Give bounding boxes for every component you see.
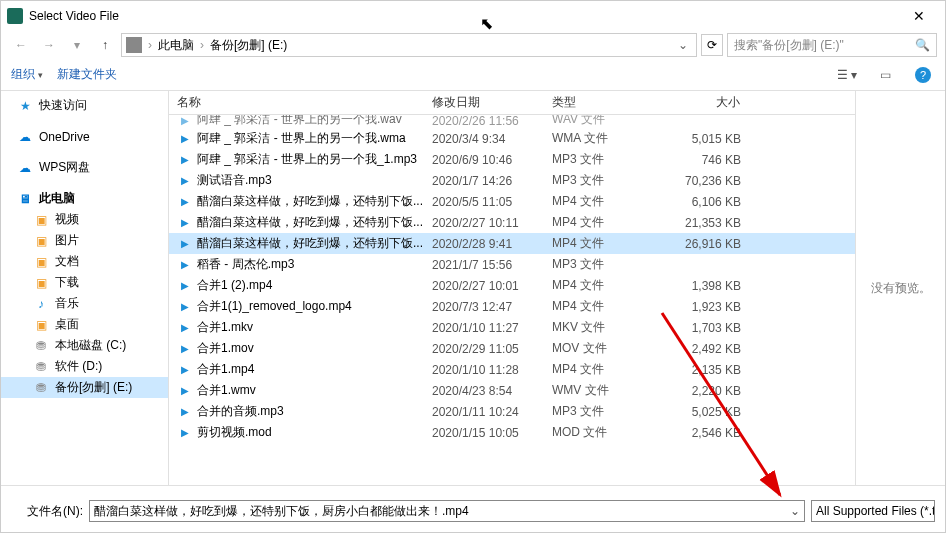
nav-recent-button[interactable]: ▾ xyxy=(65,33,89,57)
drive-icon xyxy=(126,37,142,53)
sidebar-item[interactable]: ★快速访问 xyxy=(1,95,168,116)
breadcrumb-item[interactable]: 此电脑 xyxy=(154,37,198,54)
nav-forward-button[interactable]: → xyxy=(37,33,61,57)
file-icon: ▶ xyxy=(177,236,193,252)
file-type: MP3 文件 xyxy=(544,151,664,168)
file-name: 稻香 - 周杰伦.mp3 xyxy=(197,256,424,273)
sidebar-item[interactable]: ⛃软件 (D:) xyxy=(1,356,168,377)
file-icon: ▶ xyxy=(177,194,193,210)
breadcrumb-item[interactable]: 备份[勿删] (E:) xyxy=(206,37,291,54)
file-row[interactable]: ▶阿肆 _ 郭采洁 - 世界上的另一个我.wav2020/2/26 11:56W… xyxy=(169,115,855,128)
sidebar-item[interactable]: ▣视频 xyxy=(1,209,168,230)
file-type: MP4 文件 xyxy=(544,277,664,294)
sidebar-item[interactable]: ⛃备份[勿删] (E:) xyxy=(1,377,168,398)
sidebar-item[interactable]: ▣下载 xyxy=(1,272,168,293)
sidebar-item-label: 视频 xyxy=(55,211,79,228)
file-row[interactable]: ▶阿肆 _ 郭采洁 - 世界上的另一个我_1.mp32020/6/9 10:46… xyxy=(169,149,855,170)
file-filter-dropdown[interactable]: All Supported Files (*.ts;*.mts xyxy=(811,500,935,522)
column-name[interactable]: 名称 xyxy=(169,94,424,111)
file-row[interactable]: ▶合并1.mov2020/2/29 11:05MOV 文件2,492 KB xyxy=(169,338,855,359)
file-type: MOD 文件 xyxy=(544,424,664,441)
file-name: 测试语音.mp3 xyxy=(197,172,424,189)
close-button[interactable]: ✕ xyxy=(899,8,939,24)
file-icon: ▶ xyxy=(177,299,193,315)
nav-back-button[interactable]: ← xyxy=(9,33,33,57)
file-date: 2020/2/27 10:11 xyxy=(424,216,544,230)
sidebar-item-label: 本地磁盘 (C:) xyxy=(55,337,126,354)
file-row[interactable]: ▶稻香 - 周杰伦.mp32021/1/7 15:56MP3 文件 xyxy=(169,254,855,275)
file-row[interactable]: ▶合并的音频.mp32020/1/11 10:24MP3 文件5,025 KB xyxy=(169,401,855,422)
sidebar-item-label: 图片 xyxy=(55,232,79,249)
file-row[interactable]: ▶醋溜白菜这样做，好吃到爆，还特别下饭...2020/5/5 11:05MP4 … xyxy=(169,191,855,212)
folder-icon: ▣ xyxy=(33,254,49,270)
file-type: MP3 文件 xyxy=(544,256,664,273)
file-size: 2,220 KB xyxy=(664,384,749,398)
file-icon: ▶ xyxy=(177,152,193,168)
file-icon: ▶ xyxy=(177,173,193,189)
file-size: 1,703 KB xyxy=(664,321,749,335)
breadcrumb[interactable]: › 此电脑 › 备份[勿删] (E:) ⌄ xyxy=(121,33,697,57)
preview-toggle-button[interactable]: ▭ xyxy=(873,63,897,87)
file-date: 2020/2/28 9:41 xyxy=(424,237,544,251)
sidebar-item-label: 备份[勿删] (E:) xyxy=(55,379,132,396)
organize-menu[interactable]: 组织 xyxy=(11,66,43,83)
file-icon: ▶ xyxy=(177,383,193,399)
sidebar-item-label: OneDrive xyxy=(39,130,90,144)
file-type: MP4 文件 xyxy=(544,235,664,252)
file-size: 70,236 KB xyxy=(664,174,749,188)
file-name: 合并1.mp4 xyxy=(197,361,424,378)
file-icon: ▶ xyxy=(177,320,193,336)
file-name: 阿肆 _ 郭采洁 - 世界上的另一个我_1.mp3 xyxy=(197,151,424,168)
file-row[interactable]: ▶醋溜白菜这样做，好吃到爆，还特别下饭...2020/2/27 10:11MP4… xyxy=(169,212,855,233)
sidebar-item[interactable]: 🖥此电脑 xyxy=(1,188,168,209)
file-row[interactable]: ▶醋溜白菜这样做，好吃到爆，还特别下饭...2020/2/28 9:41MP4 … xyxy=(169,233,855,254)
file-type: MKV 文件 xyxy=(544,319,664,336)
file-row[interactable]: ▶合并1.mp42020/1/10 11:28MP4 文件2,135 KB xyxy=(169,359,855,380)
refresh-button[interactable]: ⟳ xyxy=(701,34,723,56)
sidebar-item-label: 快速访问 xyxy=(39,97,87,114)
sidebar-item[interactable]: ▣桌面 xyxy=(1,314,168,335)
file-size: 1,398 KB xyxy=(664,279,749,293)
column-date[interactable]: 修改日期 xyxy=(424,94,544,111)
sidebar-item[interactable]: ♪音乐 xyxy=(1,293,168,314)
sidebar-item[interactable]: ▣文档 xyxy=(1,251,168,272)
file-row[interactable]: ▶阿肆 _ 郭采洁 - 世界上的另一个我.wma2020/3/4 9:34WMA… xyxy=(169,128,855,149)
file-row[interactable]: ▶测试语音.mp32020/1/7 14:26MP3 文件70,236 KB xyxy=(169,170,855,191)
search-input[interactable]: 搜索"备份[勿删] (E:)" 🔍 xyxy=(727,33,937,57)
new-folder-button[interactable]: 新建文件夹 xyxy=(57,66,117,83)
file-date: 2020/6/9 10:46 xyxy=(424,153,544,167)
file-icon: ▶ xyxy=(177,278,193,294)
file-date: 2020/1/10 11:27 xyxy=(424,321,544,335)
file-row[interactable]: ▶合并1(1)_removed_logo.mp42020/7/3 12:47MP… xyxy=(169,296,855,317)
file-row[interactable]: ▶合并1.mkv2020/1/10 11:27MKV 文件1,703 KB xyxy=(169,317,855,338)
file-date: 2020/7/3 12:47 xyxy=(424,300,544,314)
pc-icon: 🖥 xyxy=(17,191,33,207)
file-type: MOV 文件 xyxy=(544,340,664,357)
nav-up-button[interactable]: ↑ xyxy=(93,33,117,57)
column-type[interactable]: 类型 xyxy=(544,94,664,111)
file-name: 醋溜白菜这样做，好吃到爆，还特别下饭... xyxy=(197,235,424,252)
file-type: MP4 文件 xyxy=(544,361,664,378)
filename-input[interactable]: 醋溜白菜这样做，好吃到爆，还特别下饭，厨房小白都能做出来！.mp4⌄ xyxy=(89,500,805,522)
view-options-button[interactable]: ☰ ▾ xyxy=(835,63,859,87)
star-icon: ★ xyxy=(17,98,33,114)
disk-icon: ⛃ xyxy=(33,380,49,396)
column-size[interactable]: 大小 xyxy=(664,94,749,111)
path-dropdown-icon[interactable]: ⌄ xyxy=(674,38,692,52)
file-row[interactable]: ▶剪切视频.mod2020/1/15 10:05MOD 文件2,546 KB xyxy=(169,422,855,443)
file-name: 醋溜白菜这样做，好吃到爆，还特别下饭... xyxy=(197,193,424,210)
sidebar-item[interactable]: ⛃本地磁盘 (C:) xyxy=(1,335,168,356)
file-row[interactable]: ▶合并1 (2).mp42020/2/27 10:01MP4 文件1,398 K… xyxy=(169,275,855,296)
sidebar-item-label: WPS网盘 xyxy=(39,159,90,176)
sidebar-item[interactable]: ☁WPS网盘 xyxy=(1,157,168,178)
file-row[interactable]: ▶合并1.wmv2020/4/23 8:54WMV 文件2,220 KB xyxy=(169,380,855,401)
file-type: MP3 文件 xyxy=(544,172,664,189)
sidebar-item[interactable]: ☁OneDrive xyxy=(1,126,168,147)
folder-icon: ▣ xyxy=(33,233,49,249)
help-button[interactable]: ? xyxy=(911,63,935,87)
sidebar-item[interactable]: ▣图片 xyxy=(1,230,168,251)
file-name: 合并1.mov xyxy=(197,340,424,357)
file-size: 5,025 KB xyxy=(664,405,749,419)
sidebar-item-label: 桌面 xyxy=(55,316,79,333)
sidebar-item-label: 音乐 xyxy=(55,295,79,312)
